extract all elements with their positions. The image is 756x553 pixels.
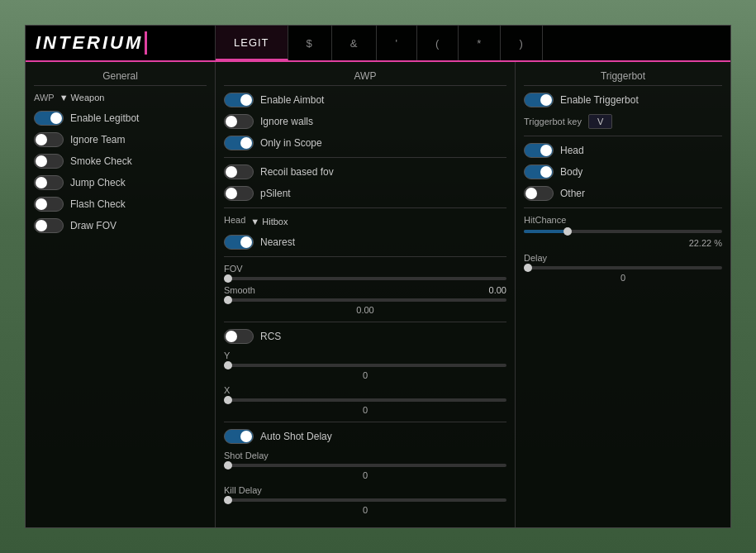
toggle-hit-other-switch[interactable] xyxy=(524,186,554,201)
toggle-enable-triggerbot-label: Enable Triggerbot xyxy=(560,94,639,106)
toggle-only-in-scope-label: Only in Scope xyxy=(260,137,322,149)
toggle-auto-shot-delay-switch[interactable] xyxy=(224,429,254,444)
rcs-y-label: Y xyxy=(224,350,230,360)
tb-delay-display: 0 xyxy=(524,273,722,283)
toggle-recoil-fov: Recoil based fov xyxy=(224,164,506,179)
toggle-flash-check-switch[interactable] xyxy=(34,197,64,212)
tb-delay-thumb[interactable] xyxy=(524,264,532,272)
tab-2[interactable]: $ xyxy=(288,26,332,60)
toggle-rcs-label: RCS xyxy=(260,331,281,342)
divider-tb-2 xyxy=(524,207,722,208)
tb-delay-track[interactable] xyxy=(524,266,722,269)
toggle-ignore-walls-switch[interactable] xyxy=(224,114,254,129)
toggle-nearest: Nearest xyxy=(224,235,506,250)
tab-3[interactable]: & xyxy=(332,26,378,60)
toggle-ignore-team-switch[interactable] xyxy=(34,132,64,147)
triggerbot-key-label: Triggerbot key xyxy=(524,117,582,126)
shot-delay-display: 0 xyxy=(224,470,506,480)
toggle-recoil-fov-switch[interactable] xyxy=(224,164,254,179)
tab-6[interactable]: * xyxy=(459,26,501,60)
rcs-x-track[interactable] xyxy=(224,398,506,402)
toggle-smoke-check-switch[interactable] xyxy=(34,154,64,169)
toggle-hit-body-switch[interactable] xyxy=(524,164,554,179)
toggle-psilent-switch[interactable] xyxy=(224,186,254,201)
shot-delay-track[interactable] xyxy=(224,464,506,467)
rcs-y-track[interactable] xyxy=(224,364,506,367)
general-title: General xyxy=(34,70,207,86)
toggle-flash-check: Flash Check xyxy=(34,197,207,212)
smooth-display: 0.00 xyxy=(224,305,506,315)
toggle-rcs-switch[interactable] xyxy=(224,329,254,344)
kill-delay-label: Kill Delay xyxy=(224,485,262,495)
hitbox-dropdown[interactable]: ▼ Hitbox xyxy=(250,217,288,226)
weapon-selector: AWP ▼ Weapon xyxy=(34,93,207,102)
toggle-ignore-walls: Ignore walls xyxy=(224,114,506,129)
toggle-nearest-switch[interactable] xyxy=(224,235,254,250)
toggle-draw-fov-switch[interactable] xyxy=(34,218,64,233)
rcs-x-display: 0 xyxy=(224,405,506,415)
rcs-y-slider: Y 0 xyxy=(224,350,506,380)
hit-chance-value: 22.22 % xyxy=(524,238,722,248)
toggle-smoke-check-label: Smoke Check xyxy=(70,155,132,167)
toggle-ignore-team: Ignore Team xyxy=(34,132,207,147)
divider-5 xyxy=(224,422,506,422)
toggle-hit-head-label: Head xyxy=(560,145,584,156)
panel-triggerbot: Triggerbot Enable Triggerbot Triggerbot … xyxy=(516,62,730,527)
toggle-hit-head-switch[interactable] xyxy=(524,143,554,158)
rcs-x-slider: X 0 xyxy=(224,385,506,415)
hit-chance-container: HitChance 22.22 % xyxy=(524,215,722,248)
toggle-auto-shot-delay-label: Auto Shot Delay xyxy=(260,431,332,442)
toggle-enable-legitbot-switch[interactable] xyxy=(34,111,64,126)
toggle-psilent-label: pSilent xyxy=(260,188,291,199)
fov-label: FOV xyxy=(224,264,243,274)
hit-chance-thumb[interactable] xyxy=(563,227,572,236)
toggle-only-in-scope: Only in Scope xyxy=(224,136,506,150)
toggle-smoke-check: Smoke Check xyxy=(34,154,207,169)
top-bar: INTERIUM LEGIT $ & ' ( * ) xyxy=(26,26,730,62)
toggle-flash-check-label: Flash Check xyxy=(70,198,126,210)
rcs-y-display: 0 xyxy=(224,370,506,380)
panel-awp: AWP Enable Aimbot Ignore walls Only in S… xyxy=(216,62,516,527)
toggle-draw-fov-label: Draw FOV xyxy=(70,220,116,231)
divider-2 xyxy=(224,207,506,208)
toggle-enable-triggerbot: Enable Triggerbot xyxy=(524,93,722,107)
kill-delay-slider: Kill Delay 0 xyxy=(224,485,506,515)
hit-chance-fill xyxy=(524,230,568,233)
smooth-value: 0.00 xyxy=(489,285,506,295)
toggle-enable-triggerbot-switch[interactable] xyxy=(524,93,554,107)
toggle-enable-aimbot-label: Enable Aimbot xyxy=(260,94,324,106)
toggle-jump-check-switch[interactable] xyxy=(34,175,64,190)
hit-chance-label: HitChance xyxy=(524,215,566,225)
hitbox-label: Head xyxy=(224,215,245,225)
hit-chance-track[interactable] xyxy=(524,230,722,233)
shot-delay-thumb[interactable] xyxy=(224,461,232,470)
fov-thumb[interactable] xyxy=(224,274,232,283)
tb-delay-container: Delay 0 xyxy=(524,253,722,283)
smooth-thumb[interactable] xyxy=(224,296,232,304)
fov-track[interactable] xyxy=(224,277,506,280)
tab-5[interactable]: ( xyxy=(417,26,459,60)
divider-1 xyxy=(224,157,506,158)
rcs-x-label: X xyxy=(224,385,230,395)
divider-tb-1 xyxy=(524,136,722,136)
smooth-track[interactable] xyxy=(224,298,506,302)
toggle-jump-check: Jump Check xyxy=(34,175,207,190)
tab-7[interactable]: ) xyxy=(501,26,542,60)
toggle-draw-fov: Draw FOV xyxy=(34,218,207,233)
toggle-enable-aimbot-switch[interactable] xyxy=(224,93,254,107)
toggle-ignore-team-label: Ignore Team xyxy=(70,134,126,145)
weapon-dropdown[interactable]: ▼ Weapon xyxy=(59,93,105,102)
rcs-x-thumb[interactable] xyxy=(224,396,232,404)
tab-4[interactable]: ' xyxy=(377,26,416,60)
toggle-jump-check-label: Jump Check xyxy=(70,177,126,188)
rcs-y-thumb[interactable] xyxy=(224,361,232,369)
logo-text: INTERIUM xyxy=(36,32,143,54)
toggle-hit-head: Head xyxy=(524,143,722,158)
tab-legit[interactable]: LEGIT xyxy=(216,26,288,60)
toggle-enable-legitbot-label: Enable Legitbot xyxy=(70,112,139,124)
toggle-only-in-scope-switch[interactable] xyxy=(224,136,254,150)
triggerbot-key-row: Triggerbot key V xyxy=(524,114,722,129)
kill-delay-thumb[interactable] xyxy=(224,496,232,504)
kill-delay-track[interactable] xyxy=(224,498,506,502)
triggerbot-key-input[interactable]: V xyxy=(588,114,612,129)
